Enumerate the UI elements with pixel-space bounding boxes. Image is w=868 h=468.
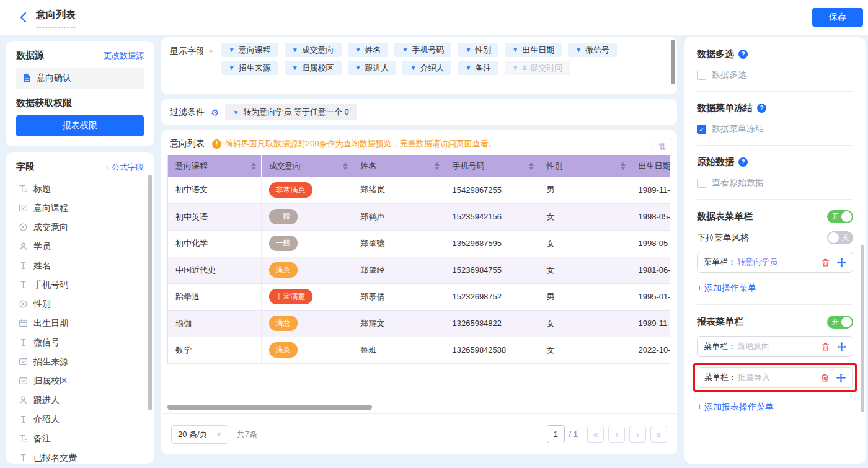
field-item[interactable]: 学员: [16, 237, 144, 256]
sort-arrows-icon[interactable]: [343, 162, 348, 170]
column-label: 姓名: [361, 161, 377, 170]
field-item[interactable]: 意向课程: [16, 198, 144, 218]
field-item[interactable]: 跟进人: [16, 391, 144, 410]
move-icon[interactable]: [837, 258, 846, 267]
report-menu-toggle[interactable]: 开: [827, 316, 853, 329]
column-header[interactable]: 出生日期: [631, 155, 670, 177]
table-row[interactable]: 初中英语一般郑鹤声15235942156女1998-05-: [168, 203, 670, 230]
display-fields-scrollbar[interactable]: [671, 40, 675, 84]
column-header[interactable]: 成交意向: [261, 155, 353, 177]
menu-freeze-checkbox-row[interactable]: ✓ 数据菜单冻结: [697, 123, 853, 135]
datasource-item[interactable]: 意向确认: [16, 68, 144, 89]
display-field-tag[interactable]: ▼跟进人: [348, 61, 397, 75]
table-row[interactable]: 中国近代史满意郑肇经15236984755女1981-06-: [168, 257, 670, 283]
multi-select-checkbox-row[interactable]: 数据多选: [697, 69, 853, 81]
last-page-button[interactable]: »: [650, 426, 667, 443]
field-item[interactable]: 出生日期: [16, 314, 144, 333]
field-item[interactable]: 成交意向: [16, 218, 144, 237]
cell-gender: 女: [539, 230, 631, 257]
move-icon[interactable]: [836, 373, 846, 382]
field-item[interactable]: 微信号: [16, 333, 144, 352]
menu-bar-item[interactable]: 菜单栏：批量导入: [698, 367, 852, 388]
gear-icon[interactable]: ⚙: [211, 108, 219, 117]
cell-intent: 满意: [261, 257, 353, 283]
display-field-tag[interactable]: ▼≡提交时间: [505, 61, 570, 75]
field-item[interactable]: 介绍人: [16, 410, 144, 429]
display-field-tag[interactable]: ▼招生来源: [221, 61, 278, 75]
menu-item-value: 转意向学员: [737, 257, 777, 268]
display-field-tag[interactable]: ▼意向课程: [221, 43, 278, 57]
save-button[interactable]: 保存: [812, 8, 863, 27]
table-row[interactable]: 数学满意鲁班132659842588女2022-10-: [168, 337, 670, 363]
field-item[interactable]: 备注: [16, 429, 144, 448]
move-icon[interactable]: [837, 342, 846, 351]
field-item[interactable]: 性别: [16, 294, 144, 314]
display-field-tag[interactable]: ▼姓名: [348, 43, 389, 57]
add-report-menu-link[interactable]: + 添加报表操作菜单: [697, 402, 774, 413]
back-chevron-icon[interactable]: [17, 11, 31, 24]
display-field-tag[interactable]: ▼出生日期: [505, 43, 562, 57]
field-item[interactable]: 手机号码: [16, 275, 144, 294]
add-display-field-button[interactable]: +: [208, 45, 214, 56]
trash-icon[interactable]: [821, 342, 830, 351]
field-item[interactable]: 已报名交费: [16, 448, 144, 464]
first-page-button[interactable]: «: [587, 426, 604, 443]
topbar: 意向列表 保存: [0, 0, 868, 35]
display-field-tag[interactable]: ▼成交意向: [285, 43, 342, 57]
table-row[interactable]: 跆拳道非常满意郑慕倩15232698752男1995-01-: [168, 283, 670, 310]
column-header[interactable]: 性别: [539, 155, 631, 177]
display-field-tag[interactable]: ▼备注: [458, 61, 498, 75]
field-item[interactable]: 招生来源: [16, 352, 144, 371]
field-label: 微信号: [33, 337, 60, 348]
sort-arrows-icon[interactable]: [435, 162, 440, 170]
sort-arrows-icon[interactable]: [251, 162, 256, 170]
display-field-tag[interactable]: ▼性别: [458, 43, 498, 57]
prev-page-button[interactable]: ‹: [608, 426, 625, 443]
checkbox-unchecked-icon[interactable]: [697, 71, 706, 80]
intent-badge: 一般: [269, 236, 298, 251]
page-size-select[interactable]: 20 条/页 ∨: [171, 425, 228, 444]
table-row[interactable]: 初中化学一般郑肇骧13529687595女1998-05-: [168, 230, 670, 257]
help-icon[interactable]: ?: [757, 104, 766, 113]
sort-arrows-icon[interactable]: [529, 162, 534, 170]
display-field-tag[interactable]: ▼手机号码: [394, 43, 451, 57]
raw-data-checkbox-row[interactable]: 查看原始数据: [697, 177, 853, 188]
table-row[interactable]: 瑜伽满意郑耀文13265984822女1989-11-: [168, 310, 670, 337]
help-icon[interactable]: ?: [738, 50, 748, 59]
display-field-tag[interactable]: ▼归属校区: [285, 61, 342, 75]
next-page-button[interactable]: ›: [629, 426, 646, 443]
trash-icon[interactable]: [821, 258, 830, 267]
checkbox-unchecked-icon[interactable]: [697, 179, 706, 188]
data-table-container: 意向课程成交意向姓名手机号码性别出生日期 初中语文非常满意郑绪岚15429867…: [167, 155, 670, 364]
sort-arrows-icon[interactable]: [621, 162, 626, 170]
display-field-tag[interactable]: ▼介绍人: [402, 61, 451, 75]
text-icon: [19, 280, 28, 289]
add-formula-field-link[interactable]: + 公式字段: [105, 162, 144, 173]
dropdown-style-toggle[interactable]: 关: [827, 231, 853, 244]
field-item[interactable]: 标题: [16, 179, 144, 198]
add-operation-menu-link[interactable]: + 添加操作菜单: [697, 283, 756, 294]
checkbox-checked-icon[interactable]: ✓: [697, 125, 706, 134]
column-header[interactable]: 姓名: [353, 155, 445, 177]
filter-condition-tag[interactable]: ▼ 转为意向学员 等于任意一个 0: [225, 104, 356, 120]
trash-icon[interactable]: [820, 373, 830, 382]
table-row[interactable]: 初中语文非常满意郑绪岚15429867255男1989-11-: [168, 177, 670, 203]
horizontal-scrollbar[interactable]: [167, 405, 372, 410]
tag-label: 跟进人: [365, 63, 389, 74]
field-item[interactable]: 姓名: [16, 256, 144, 275]
menu-bar-item[interactable]: 菜单栏：转意向学员: [697, 252, 853, 273]
page-number-input[interactable]: 1: [547, 425, 565, 443]
display-field-tag[interactable]: ▼微信号: [568, 43, 617, 57]
fields-scrollbar[interactable]: [148, 175, 152, 410]
field-item[interactable]: 归属校区: [16, 371, 144, 391]
menu-bar-item[interactable]: 菜单栏：新增意向: [697, 336, 853, 357]
change-datasource-link[interactable]: 更改数据源: [104, 50, 144, 61]
sort-tool-button[interactable]: ⇅: [653, 138, 671, 156]
report-permission-button[interactable]: 报表权限: [16, 115, 144, 136]
column-header[interactable]: 手机号码: [445, 155, 539, 177]
menu-item-prefix: 菜单栏：: [704, 257, 736, 268]
column-header[interactable]: 意向课程: [168, 155, 261, 177]
settings-scrollbar[interactable]: [861, 245, 864, 412]
table-menu-toggle[interactable]: 开: [827, 210, 853, 223]
help-icon[interactable]: ?: [738, 157, 748, 167]
